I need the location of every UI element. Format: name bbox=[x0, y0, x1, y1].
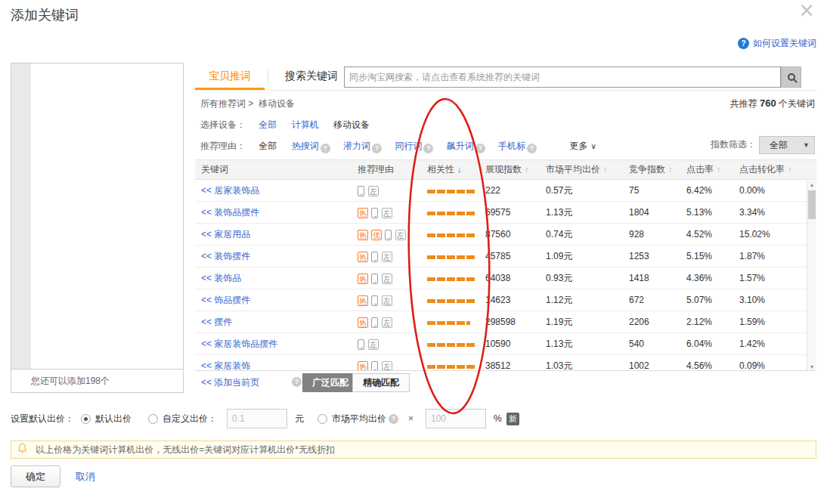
sort-asc-icon[interactable]: ↑ bbox=[717, 165, 721, 174]
sort-asc-icon[interactable]: ↑ bbox=[788, 165, 792, 174]
sort-asc-icon[interactable]: ↑ bbox=[525, 165, 529, 174]
keyword-link[interactable]: << 装饰摆件 bbox=[201, 251, 250, 261]
impression-index-cell: 64038 bbox=[484, 267, 544, 289]
default-bid-label[interactable]: 默认出价 bbox=[95, 408, 132, 429]
phone-dot bbox=[374, 260, 376, 261]
total-count-value: 760 bbox=[760, 97, 776, 109]
market-avg-bid-label[interactable]: 市场平均出价 bbox=[332, 408, 386, 429]
device-option-mobile[interactable]: 移动设备 bbox=[333, 119, 370, 130]
relevance-bar-segment bbox=[466, 365, 475, 369]
tab-search-keywords[interactable]: 搜索关键词 bbox=[271, 63, 352, 90]
keyword-link[interactable]: << 装饰品 bbox=[201, 273, 241, 283]
reason-option-mobile-tag[interactable]: 手机标 bbox=[498, 141, 525, 151]
reason-option-hot[interactable]: 热搜词 bbox=[292, 141, 319, 151]
reason-option-all[interactable]: 全部 bbox=[259, 141, 277, 151]
column-header-relevance[interactable]: 相关性↓ bbox=[422, 160, 484, 179]
percent-input[interactable] bbox=[426, 409, 486, 428]
keyword-cell: << 家居装饰品摆件 bbox=[195, 333, 358, 354]
phone-dot bbox=[361, 348, 363, 348]
device-option-all[interactable]: 全部 bbox=[259, 119, 277, 130]
exact-match-button[interactable]: 精确匹配 bbox=[352, 373, 410, 392]
relevance-bar-segment bbox=[447, 321, 455, 325]
keyword-link[interactable]: << 饰品摆件 bbox=[201, 295, 250, 305]
relevance-cell bbox=[422, 202, 484, 223]
keyword-cell: << 家居用品 bbox=[195, 224, 358, 245]
help-circle-icon[interactable]: ? bbox=[527, 144, 537, 153]
hot-badge: 热 bbox=[358, 317, 368, 328]
relevance-bar-segment bbox=[457, 190, 465, 193]
column-header-impression-index[interactable]: 展现指数↑ bbox=[484, 160, 544, 179]
column-header-ctr[interactable]: 点击率↑ bbox=[685, 160, 738, 179]
column-header-market-avg-bid[interactable]: 市场平均出价↑ bbox=[544, 160, 627, 179]
custom-bid-input[interactable] bbox=[227, 409, 287, 428]
custom-bid-label[interactable]: 自定义出价： bbox=[163, 408, 217, 429]
more-filters-button[interactable]: 更多∨ bbox=[569, 141, 596, 151]
radio-custom-bid[interactable] bbox=[148, 414, 158, 424]
chevron-down-icon: ∨ bbox=[590, 142, 596, 150]
keyword-link[interactable]: << 家居装饰 bbox=[201, 360, 250, 370]
reason-option-peer[interactable]: 同行词 bbox=[395, 141, 422, 151]
reason-option-potential[interactable]: 潜力词 bbox=[343, 141, 370, 151]
reason-option-surging[interactable]: 飙升词 bbox=[447, 141, 474, 151]
search-button[interactable] bbox=[781, 66, 801, 88]
left-badge: 左 bbox=[368, 186, 379, 196]
hot-badge: 热 bbox=[358, 208, 368, 218]
help-circle-icon[interactable]: ? bbox=[292, 377, 302, 387]
breadcrumb-current: 移动设备 bbox=[259, 98, 295, 109]
tab-item-recommend[interactable]: 宝贝推词 bbox=[195, 63, 265, 90]
table-row: << 居家装饰品左2220.57元756.42%0.00% bbox=[195, 180, 807, 202]
index-filter-dropdown[interactable]: 全部▼ bbox=[759, 136, 815, 154]
scrollbar-thumb[interactable] bbox=[808, 190, 816, 219]
keyword-link[interactable]: << 居家装饰品 bbox=[201, 185, 259, 196]
scrollbar-down-icon[interactable]: ▼ bbox=[807, 364, 816, 369]
column-header-label: 点击率 bbox=[686, 164, 714, 175]
relevance-bar-segment bbox=[427, 343, 435, 347]
hot-badge: 热 bbox=[358, 252, 368, 262]
reason-cell: 左 bbox=[358, 180, 422, 201]
mobile-device-icon bbox=[385, 230, 392, 240]
market-avg-bid-cell: 1.19元 bbox=[544, 311, 627, 332]
help-circle-icon[interactable]: ? bbox=[321, 144, 330, 153]
help-circle-icon[interactable]: ? bbox=[475, 144, 485, 153]
breadcrumb-root[interactable]: 所有推荐词 bbox=[200, 98, 246, 109]
confirm-button[interactable]: 确定 bbox=[11, 465, 60, 487]
how-to-set-keywords-link[interactable]: 如何设置关键词 bbox=[753, 38, 816, 48]
conversion-rate-cell: 1.57% bbox=[738, 267, 806, 289]
keyword-link[interactable]: << 家居用品 bbox=[201, 229, 250, 240]
radio-market-avg-bid[interactable] bbox=[317, 414, 327, 424]
mobile-device-icon bbox=[371, 295, 378, 306]
impression-index-cell: 45785 bbox=[484, 246, 544, 267]
sort-asc-icon[interactable]: ↑ bbox=[603, 165, 608, 174]
table-scrollbar[interactable]: ▲ ▼ bbox=[807, 181, 816, 371]
sort-asc-icon[interactable]: ↑ bbox=[668, 165, 673, 174]
scrollbar-up-icon[interactable]: ▲ bbox=[807, 182, 816, 187]
radio-default-bid[interactable] bbox=[81, 414, 91, 424]
impression-index-cell: 14623 bbox=[484, 289, 544, 311]
cancel-button[interactable]: 取消 bbox=[76, 470, 95, 484]
keyword-search-input[interactable] bbox=[344, 66, 781, 88]
column-header-conversion-rate[interactable]: 点击转化率↑ bbox=[738, 160, 806, 179]
column-header-competition-index[interactable]: 竞争指数↑ bbox=[627, 160, 685, 179]
help-circle-icon[interactable]: ? bbox=[389, 414, 398, 424]
phone-dot bbox=[374, 216, 376, 217]
left-panel-gutter bbox=[11, 63, 31, 369]
help-circle-icon[interactable]: ? bbox=[372, 144, 382, 153]
keyword-link[interactable]: << 装饰品摆件 bbox=[201, 207, 259, 218]
relevance-bar-segment bbox=[457, 299, 465, 303]
conversion-rate-cell: 0.09% bbox=[738, 355, 806, 370]
conversion-rate-cell: 1.87% bbox=[738, 246, 806, 267]
broad-match-button[interactable]: 广泛匹配 bbox=[302, 373, 358, 392]
mobile-device-icon bbox=[358, 339, 364, 350]
relevance-bars bbox=[427, 334, 476, 355]
help-link-row[interactable]: ?如何设置关键词 bbox=[738, 37, 816, 50]
search-icon bbox=[788, 73, 795, 81]
keyword-link[interactable]: << 家居装饰品摆件 bbox=[201, 339, 277, 349]
device-option-computer[interactable]: 计算机 bbox=[292, 119, 319, 130]
help-circle-icon[interactable]: ? bbox=[423, 144, 433, 153]
add-current-page-link[interactable]: << 添加当前页 bbox=[201, 371, 259, 394]
relevance-bar-segment bbox=[466, 212, 475, 215]
relevance-bar-segment bbox=[447, 233, 455, 237]
close-icon[interactable]: × bbox=[798, 0, 815, 20]
keyword-link[interactable]: << 摆件 bbox=[201, 317, 232, 327]
sort-desc-icon[interactable]: ↓ bbox=[457, 165, 462, 174]
